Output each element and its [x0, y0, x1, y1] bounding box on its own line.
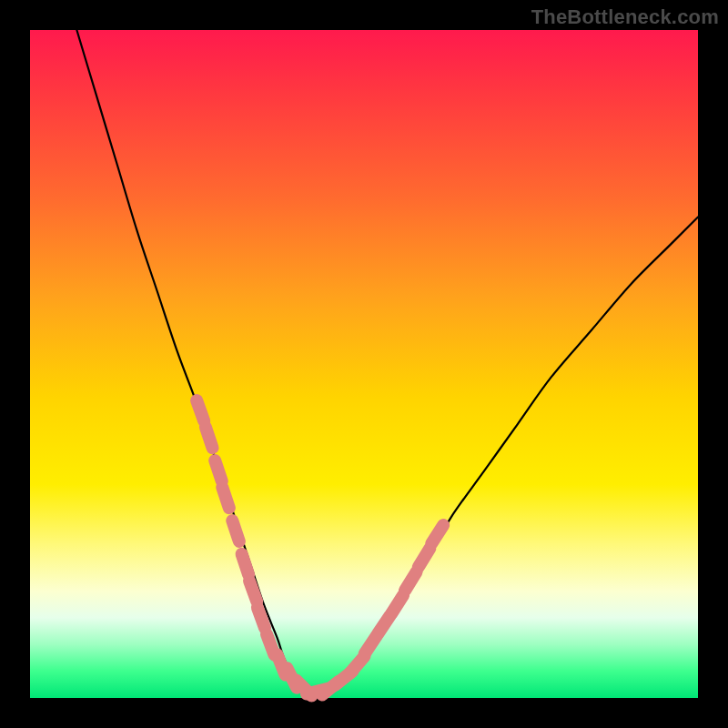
curve-marker [197, 400, 204, 421]
curve-layer [76, 30, 698, 693]
curve-marker [258, 608, 265, 629]
watermark-text: TheBottleneck.com [531, 5, 719, 29]
curve-marker [222, 487, 229, 508]
curve-marker [232, 521, 239, 541]
chart-plot-area [30, 30, 698, 698]
curve-marker [405, 571, 417, 590]
curve-marker [215, 460, 222, 481]
curve-marker [431, 525, 443, 543]
bottleneck-curve [76, 30, 698, 693]
chart-frame: TheBottleneck.com [0, 0, 728, 728]
curve-marker [242, 554, 249, 575]
curve-marker [419, 549, 430, 567]
curve-marker [391, 595, 403, 613]
marker-layer [197, 400, 443, 695]
curve-marker [249, 581, 257, 602]
chart-svg [30, 30, 698, 698]
curve-marker [206, 427, 213, 448]
